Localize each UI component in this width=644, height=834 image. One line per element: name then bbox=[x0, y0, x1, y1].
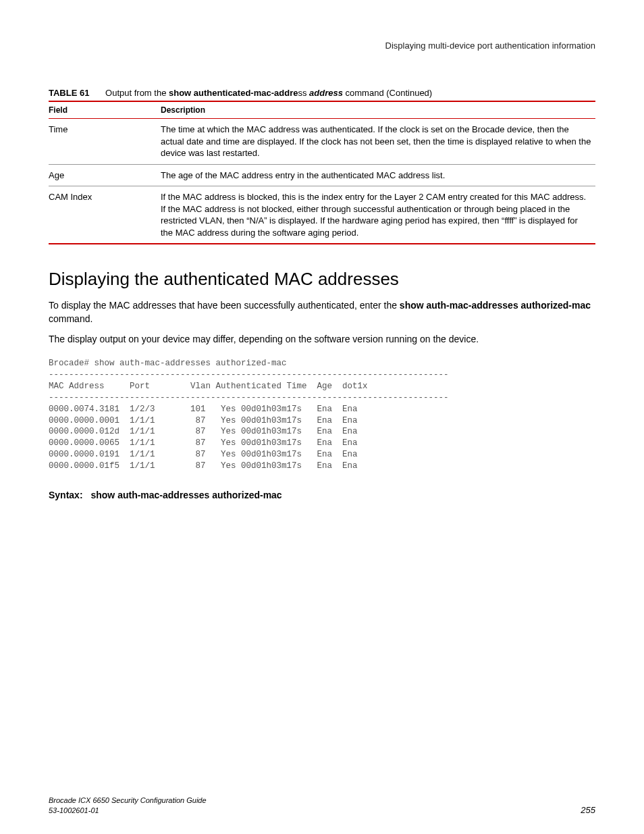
table-row: Age The age of the MAC address entry in … bbox=[49, 164, 595, 186]
cell-field: Age bbox=[49, 164, 161, 186]
caption-cmd-italic: address bbox=[309, 88, 343, 98]
para1-t2: command. bbox=[49, 313, 92, 324]
page: Displaying multi-device port authenticat… bbox=[0, 0, 644, 834]
running-header: Displaying multi-device port authenticat… bbox=[49, 41, 595, 51]
page-footer: Brocade ICX 6650 Security Configuration … bbox=[49, 796, 595, 815]
footer-doc-number: 53-1002601-01 bbox=[49, 806, 207, 815]
cell-desc: The age of the MAC address entry in the … bbox=[161, 164, 595, 186]
caption-prefix: Output from the bbox=[105, 88, 169, 98]
table-caption: TABLE 61 Output from the show authentica… bbox=[49, 88, 595, 98]
footer-doc-title: Brocade ICX 6650 Security Configuration … bbox=[49, 796, 207, 805]
table-row: CAM Index If the MAC address is blocked,… bbox=[49, 186, 595, 244]
cell-field: Time bbox=[49, 119, 161, 165]
section-heading: Displaying the authenticated MAC address… bbox=[49, 269, 595, 290]
syntax-label: Syntax: bbox=[49, 490, 83, 500]
caption-suffix: command (Continued) bbox=[343, 88, 432, 98]
para1-cmd: show auth-mac-addresses authorized-mac bbox=[400, 300, 591, 311]
table-row: Time The time at which the MAC address w… bbox=[49, 119, 595, 165]
footer-page-number: 255 bbox=[581, 805, 595, 815]
footer-left: Brocade ICX 6650 Security Configuration … bbox=[49, 796, 207, 815]
th-field: Field bbox=[49, 101, 161, 119]
th-desc: Description bbox=[161, 101, 595, 119]
fields-table: Field Description Time The time at which… bbox=[49, 101, 595, 244]
table-label: TABLE 61 bbox=[49, 88, 89, 98]
caption-cmd-bold: show authenticated-mac-addre bbox=[169, 88, 298, 98]
cell-desc: If the MAC address is blocked, this is t… bbox=[161, 186, 595, 244]
syntax-cmd: show auth-mac-addresses authorized-mac bbox=[90, 490, 281, 500]
syntax-line: Syntax: show auth-mac-addresses authoriz… bbox=[49, 490, 595, 500]
para-2: The display output on your device may di… bbox=[49, 333, 595, 346]
cell-desc: The time at which the MAC address was au… bbox=[161, 119, 595, 165]
para-1: To display the MAC addresses that have b… bbox=[49, 299, 595, 325]
para1-t1: To display the MAC addresses that have b… bbox=[49, 300, 400, 311]
cli-output: Brocade# show auth-mac-addresses authori… bbox=[49, 358, 595, 472]
cell-field: CAM Index bbox=[49, 186, 161, 244]
caption-cmd-tail: ss bbox=[298, 88, 309, 98]
